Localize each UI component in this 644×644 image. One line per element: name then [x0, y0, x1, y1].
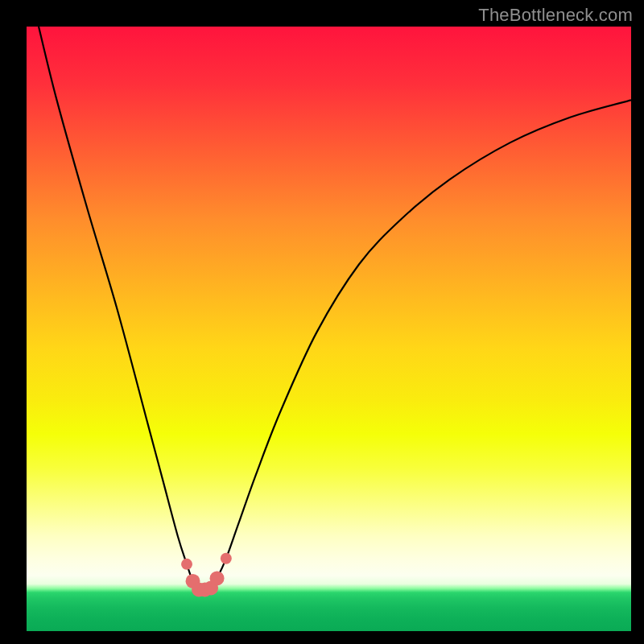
curve-marker — [181, 559, 192, 570]
bottleneck-curve — [27, 27, 631, 631]
curve-marker — [221, 553, 232, 564]
curve-marker — [210, 571, 225, 585]
chart-frame: TheBottleneck.com — [0, 0, 644, 644]
watermark-text: TheBottleneck.com — [478, 5, 633, 26]
plot-area — [27, 27, 631, 631]
